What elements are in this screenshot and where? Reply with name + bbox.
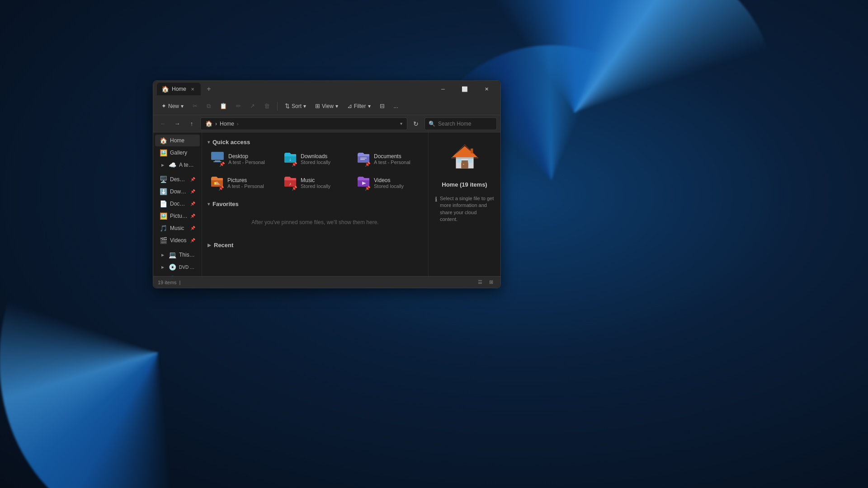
list-view-toggle[interactable]: ☰ <box>475 278 485 286</box>
qa-item-documents[interactable]: 📌 Documents A test - Personal <box>353 148 424 169</box>
qa-downloads-info: Downloads Stored locally <box>301 153 330 165</box>
sort-icon: ⇅ <box>285 103 290 109</box>
sidebar-home-label: Home <box>170 137 184 144</box>
forward-button[interactable]: → <box>171 118 183 130</box>
recent-label: Recent <box>214 242 233 249</box>
sidebar-item-network[interactable]: ▶ 🌐 Network <box>155 273 200 276</box>
qa-documents-sub: A test - Personal <box>374 160 410 165</box>
search-box[interactable]: 🔍 <box>425 117 497 130</box>
search-icon: 🔍 <box>429 121 435 127</box>
qa-item-videos[interactable]: 📌 Videos Stored locally <box>353 172 424 193</box>
view-toggle-group: ☰ ⊞ <box>475 278 496 286</box>
rename-icon: ✏ <box>236 103 241 109</box>
sidebar-item-dvd[interactable]: ▶ 💿 DVD Drive (D:) CCC <box>155 261 200 273</box>
qa-item-downloads[interactable]: ↓ 📌 Downloads Stored locally <box>280 148 350 169</box>
pictures-pin-icon: 📌 <box>190 214 195 218</box>
sidebar-atest-label: A test - Personal <box>179 162 195 168</box>
qa-item-music[interactable]: ♪ 📌 Music Stored locally <box>280 172 350 193</box>
recent-section: ▶ Recent <box>207 240 424 251</box>
quick-access-header[interactable]: ▾ Quick access <box>207 137 424 148</box>
address-crumb-label: Home <box>220 121 234 127</box>
sidebar-item-atest[interactable]: ▶ ☁️ A test - Personal <box>155 159 200 171</box>
sidebar-pictures-label: Pictures <box>170 213 188 219</box>
close-button[interactable]: ✕ <box>476 82 497 96</box>
thispc-expand-icon: ▶ <box>160 252 166 258</box>
svg-rect-24 <box>457 159 462 163</box>
view-button[interactable]: ⊞ View ▾ <box>311 101 342 111</box>
qa-videos-sub: Stored locally <box>374 183 404 189</box>
new-chevron: ▾ <box>181 103 184 109</box>
sidebar: 🏠 Home 🖼️ Gallery ▶ ☁️ A test - Personal… <box>153 132 202 276</box>
sidebar-item-videos[interactable]: 🎬 Videos 📌 <box>155 235 200 246</box>
documents-pin-icon: 📌 <box>190 202 195 206</box>
copy-button[interactable]: ⧉ <box>203 101 214 112</box>
qa-item-pictures[interactable]: 📌 Pictures A test - Personal <box>207 172 277 193</box>
toolbar: ✦ New ▾ ✂ ⧉ 📋 ✏ ↗ 🗑 ⇅ Sort ▾ ⊞ View <box>153 97 500 115</box>
tab-close-button[interactable]: ✕ <box>189 86 196 93</box>
svg-rect-5 <box>360 158 367 159</box>
view-chevron: ▾ <box>335 103 338 109</box>
details-button[interactable]: ⊟ <box>376 101 388 111</box>
documents-folder-icon: 📄 <box>160 200 167 207</box>
filter-button[interactable]: ⊿ Filter ▾ <box>344 101 374 111</box>
favorites-section: ▾ Favorites After you've pinned some fil… <box>207 199 424 235</box>
delete-button[interactable]: 🗑 <box>260 101 274 111</box>
gallery-icon: 🖼️ <box>160 149 167 156</box>
svg-rect-21 <box>471 149 473 154</box>
new-button[interactable]: ✦ New ▾ <box>158 101 187 111</box>
paste-icon: 📋 <box>220 103 227 109</box>
search-input[interactable] <box>438 121 506 127</box>
sidebar-downloads-label: Downloads <box>170 188 188 195</box>
address-box[interactable]: 🏠 › Home › ▾ <box>200 117 407 130</box>
sidebar-item-desktop[interactable]: 🖥️ Desktop 📌 <box>155 174 200 185</box>
sidebar-item-pictures[interactable]: 🖼️ Pictures 📌 <box>155 210 200 222</box>
toolbar-separator <box>277 102 278 111</box>
atest-expand-icon: ▶ <box>160 162 166 168</box>
address-bar: ← → ↑ 🏠 › Home › ▾ ↻ 🔍 <box>153 115 500 132</box>
up-button[interactable]: ↑ <box>186 118 198 130</box>
refresh-button[interactable]: ↻ <box>410 118 422 130</box>
sidebar-item-documents[interactable]: 📄 Documents 📌 <box>155 198 200 210</box>
address-crumb-sep: › <box>237 121 239 127</box>
sidebar-item-music[interactable]: 🎵 Music 📌 <box>155 222 200 234</box>
more-button[interactable]: ... <box>390 101 402 111</box>
cut-button[interactable]: ✂ <box>189 101 201 111</box>
status-bar: 19 items | ☰ ⊞ <box>153 276 500 288</box>
sort-button[interactable]: ⇅ Sort ▾ <box>281 101 310 111</box>
quick-access-label: Quick access <box>212 139 250 145</box>
svg-rect-25 <box>468 159 472 163</box>
new-icon: ✦ <box>161 103 166 109</box>
rename-button[interactable]: ✏ <box>232 101 245 111</box>
recent-header[interactable]: ▶ Recent <box>207 240 424 251</box>
window-controls: ─ ⬜ ✕ <box>433 82 497 96</box>
qa-pictures-icon: 📌 <box>210 175 224 191</box>
desktop-folder-icon: 🖥️ <box>160 176 167 183</box>
music-pin-icon: 📌 <box>190 226 195 230</box>
sidebar-item-gallery[interactable]: 🖼️ Gallery <box>155 147 200 159</box>
qa-videos-icon: 📌 <box>357 175 370 191</box>
downloads-pin-icon: 📌 <box>190 189 195 194</box>
qa-item-desktop[interactable]: 📌 Desktop A test - Personal <box>207 148 277 169</box>
sidebar-videos-label: Videos <box>170 237 186 244</box>
videos-pin-icon: 📌 <box>190 238 195 243</box>
qa-desktop-sub: A test - Personal <box>228 160 265 165</box>
window-tab-home[interactable]: 🏠 Home ✕ <box>157 83 201 95</box>
qa-pictures-info: Pictures A test - Personal <box>227 177 264 189</box>
sidebar-item-thispc[interactable]: ▶ 💻 This PC <box>155 249 200 261</box>
view-icon: ⊞ <box>315 103 320 109</box>
maximize-button[interactable]: ⬜ <box>454 82 475 96</box>
address-crumb-home: › <box>215 121 217 127</box>
paste-button[interactable]: 📋 <box>216 101 231 111</box>
back-button[interactable]: ← <box>157 118 169 130</box>
grid-view-toggle[interactable]: ⊞ <box>486 278 496 286</box>
favorites-header[interactable]: ▾ Favorites <box>207 199 424 210</box>
minimize-button[interactable]: ─ <box>433 82 453 96</box>
filter-icon: ⊿ <box>347 103 352 109</box>
title-bar-left: 🏠 Home ✕ + <box>157 83 433 95</box>
qa-music-name: Music <box>301 177 330 183</box>
share-button[interactable]: ↗ <box>246 101 259 111</box>
svg-text:♪: ♪ <box>289 181 292 186</box>
sidebar-item-downloads[interactable]: ⬇️ Downloads 📌 <box>155 186 200 197</box>
new-tab-button[interactable]: + <box>203 84 214 94</box>
sidebar-item-home[interactable]: 🏠 Home <box>155 135 200 146</box>
